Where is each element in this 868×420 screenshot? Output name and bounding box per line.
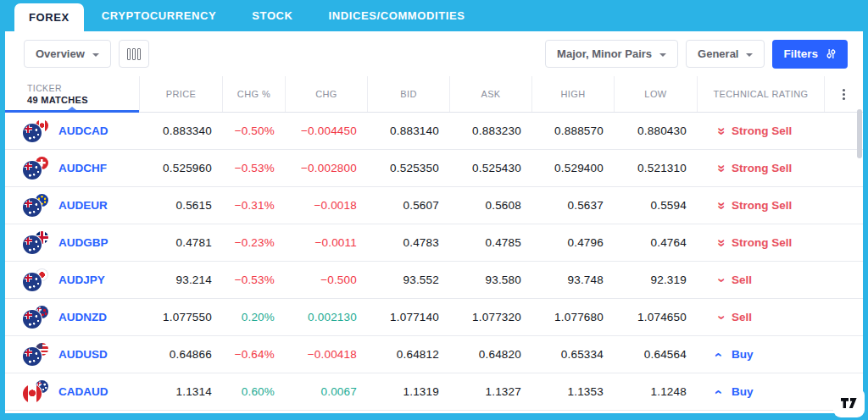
low-cell: 0.4764 <box>614 236 697 249</box>
ticker-cell: AUDJPY <box>5 268 139 291</box>
matches-count: 49 MATCHES <box>27 95 88 105</box>
technical-rating-cell: « Strong Sell <box>697 162 824 174</box>
rating-label: Strong Sell <box>732 199 792 212</box>
header-more-button[interactable] <box>824 76 863 112</box>
ticker-link[interactable]: AUDEUR <box>58 199 108 212</box>
bid-cell: 93.552 <box>367 274 449 286</box>
column-header-chg[interactable]: CHG <box>285 76 367 112</box>
ticker-link[interactable]: AUDNZD <box>58 311 107 323</box>
bid-cell: 0.64812 <box>367 348 449 361</box>
table-row[interactable]: AUDCAD 0.883340 −0.50% −0.004450 0.88314… <box>5 113 863 150</box>
ticker-header-label: TICKER <box>27 83 62 93</box>
ticker-cell: AUDCHF <box>5 157 139 180</box>
table-row[interactable]: AUDEUR 0.5615 −0.31% −0.0018 0.5607 0.56… <box>5 187 863 224</box>
table-row[interactable]: AUDUSD 0.64866 −0.64% −0.00418 0.64812 0… <box>5 336 863 373</box>
tradingview-logo-icon <box>840 396 858 410</box>
price-cell: 1.077550 <box>139 311 222 323</box>
table-row[interactable]: AUDGBP 0.4781 −0.23% −0.0011 0.4783 0.47… <box>5 224 863 262</box>
change-percent-cell: −0.50% <box>222 124 285 137</box>
column-header-price[interactable]: PRICE <box>139 76 222 112</box>
low-cell: 0.64564 <box>614 348 697 361</box>
column-header-chg-%[interactable]: CHG % <box>222 76 285 112</box>
rating-label: Strong Sell <box>732 162 792 174</box>
ticker-cell: AUDGBP <box>5 231 139 254</box>
category-filter-select[interactable]: General <box>686 40 765 68</box>
ticker-cell: CADAUD <box>5 380 139 403</box>
bid-cell: 1.1319 <box>367 385 449 398</box>
currency-pair-flags-icon <box>23 268 49 291</box>
high-cell: 93.748 <box>531 274 614 286</box>
high-cell: 0.888570 <box>531 124 614 137</box>
currency-pair-flags-icon <box>23 119 49 142</box>
change-cell: −0.0018 <box>285 199 367 212</box>
currency-pair-flags-icon <box>23 194 49 217</box>
filters-button[interactable]: Filters <box>772 40 848 69</box>
tab-indices-commodities[interactable]: INDICES/COMMODITIES <box>311 0 483 31</box>
table-row[interactable]: AUDNZD 1.077550 0.20% 0.002130 1.077140 … <box>5 299 863 336</box>
table-row[interactable]: CADAUD 1.1314 0.60% 0.0067 1.1319 1.1327… <box>5 373 863 411</box>
base-currency-flag-icon <box>23 310 42 329</box>
bid-cell: 0.883140 <box>367 124 449 137</box>
low-cell: 1.074650 <box>614 311 697 323</box>
high-cell: 0.65334 <box>531 348 614 361</box>
vertical-scrollbar-thumb[interactable] <box>857 109 862 158</box>
ask-cell: 0.883230 <box>449 124 531 137</box>
currency-pair-flags-icon <box>23 231 49 254</box>
column-header-high[interactable]: HIGH <box>531 76 614 112</box>
pairs-filter-label: Major, Minor Pairs <box>557 47 652 60</box>
price-cell: 0.525960 <box>139 162 222 174</box>
low-cell: 0.521310 <box>614 162 697 174</box>
ask-cell: 0.525430 <box>449 162 531 174</box>
base-currency-flag-icon <box>23 347 42 366</box>
ticker-link[interactable]: AUDCHF <box>58 162 107 174</box>
tab-cryptocurrency[interactable]: CRYPTOCURRENCY <box>84 0 235 31</box>
low-cell: 0.880430 <box>614 124 697 137</box>
change-cell: −0.004450 <box>285 124 367 137</box>
screener-widget: FOREXCRYPTOCURRENCYSTOCKINDICES/COMMODIT… <box>0 0 868 420</box>
manage-columns-button[interactable] <box>119 40 149 68</box>
column-header-technical-rating[interactable]: TECHNICAL RATING <box>697 76 824 112</box>
columns-icon <box>137 48 141 60</box>
change-percent-cell: −0.31% <box>222 199 285 212</box>
caret-down-icon <box>92 53 99 57</box>
ask-cell: 0.5608 <box>449 199 531 212</box>
columns-icon <box>127 48 131 60</box>
tradingview-logo[interactable] <box>833 388 865 417</box>
technical-rating-cell: « Strong Sell <box>697 236 824 249</box>
table-row[interactable]: AUDCHF 0.525960 −0.53% −0.002800 0.52535… <box>5 150 863 187</box>
currency-pair-flags-icon <box>23 380 49 403</box>
change-percent-cell: −0.53% <box>222 162 285 174</box>
ticker-cell: AUDNZD <box>5 306 139 329</box>
ticker-link[interactable]: AUDCAD <box>58 124 108 137</box>
currency-pair-flags-icon <box>23 157 49 180</box>
tab-stock[interactable]: STOCK <box>234 0 310 31</box>
view-select[interactable]: Overview <box>24 40 111 68</box>
column-header-bid[interactable]: BID <box>367 76 449 112</box>
ticker-link[interactable]: AUDGBP <box>58 236 108 249</box>
ticker-link[interactable]: AUDUSD <box>58 348 108 361</box>
price-cell: 93.214 <box>139 274 222 286</box>
bid-cell: 0.5607 <box>367 199 449 212</box>
ticker-link[interactable]: CADAUD <box>58 385 108 398</box>
tab-forex[interactable]: FOREX <box>14 3 84 31</box>
technical-rating-cell: ‹ Sell <box>697 274 824 286</box>
pairs-filter-select[interactable]: Major, Minor Pairs <box>545 40 678 68</box>
column-header-ticker[interactable]: TICKER 49 MATCHES <box>5 76 139 112</box>
ticker-link[interactable]: AUDJPY <box>58 274 105 286</box>
bid-cell: 0.4783 <box>367 236 449 249</box>
filters-icon <box>826 48 837 59</box>
rating-label: Buy <box>732 348 754 361</box>
change-cell: 0.0067 <box>285 385 367 398</box>
low-cell: 0.5594 <box>614 199 697 212</box>
column-header-low[interactable]: LOW <box>614 76 697 112</box>
column-header-ask[interactable]: ASK <box>449 76 531 112</box>
table-body: AUDCAD 0.883340 −0.50% −0.004450 0.88314… <box>5 113 863 411</box>
low-cell: 92.319 <box>614 274 697 286</box>
rating-direction-icon: ‹ <box>714 274 726 285</box>
high-cell: 0.529400 <box>531 162 614 174</box>
table-row[interactable]: AUDJPY 93.214 −0.53% −0.500 93.552 93.58… <box>5 262 863 299</box>
bid-cell: 1.077140 <box>367 311 449 323</box>
screener-panel: Overview Major, Minor Pairs General <box>5 31 863 413</box>
rating-label: Sell <box>732 311 752 323</box>
ask-cell: 1.1327 <box>449 385 531 398</box>
